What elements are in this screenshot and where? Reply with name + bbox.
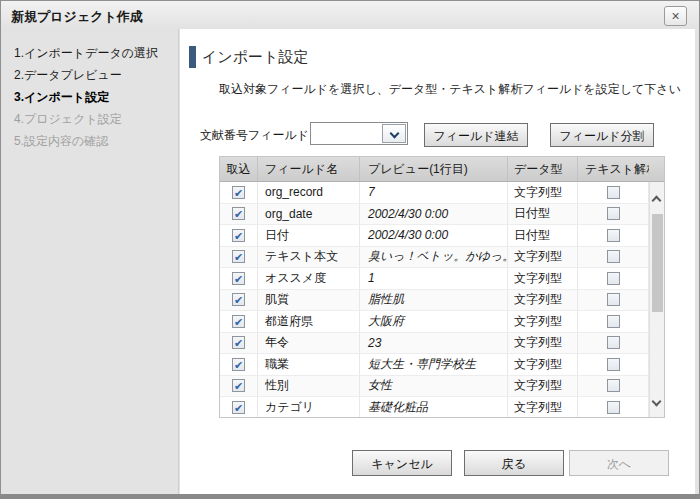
preview-cell: 7 — [360, 182, 508, 203]
table-row[interactable]: ✔ 職業 短大生・専門学校生 文字列型 — [220, 354, 649, 376]
column-header-import[interactable]: 取込 — [220, 157, 258, 181]
import-checkbox[interactable]: ✔ — [232, 207, 245, 220]
field-name-cell: テキスト本文 — [258, 247, 360, 268]
step-import-data-select: 1.インポートデータの選択 — [1, 42, 178, 64]
table-row[interactable]: ✔ 日付 2002/4/30 0:00 日付型 — [220, 225, 649, 247]
field-name-cell: 性別 — [258, 376, 360, 397]
analysis-cell — [578, 290, 649, 311]
text-analysis-checkbox[interactable] — [607, 336, 620, 349]
table-row[interactable]: ✔ org_date 2002/4/30 0:00 日付型 — [220, 204, 649, 226]
analysis-cell — [578, 247, 649, 268]
column-header-data-type[interactable]: データ型 — [508, 157, 578, 181]
table-row[interactable]: ✔ 性別 女性 文字列型 — [220, 376, 649, 398]
import-checkbox[interactable]: ✔ — [232, 229, 245, 242]
preview-cell: 短大生・専門学校生 — [360, 354, 508, 375]
text-analysis-checkbox[interactable] — [607, 207, 620, 220]
data-type-cell[interactable]: 文字列型 — [508, 354, 578, 375]
close-icon[interactable]: × — [664, 6, 687, 26]
text-analysis-checkbox[interactable] — [607, 315, 620, 328]
field-join-button[interactable]: フィールド連結 — [424, 123, 528, 147]
preview-cell: 2002/4/30 0:00 — [360, 204, 508, 225]
table-row[interactable]: ✔ org_record 7 文字列型 — [220, 182, 649, 204]
wizard-steps: 1.インポートデータの選択 2.データプレビュー 3.インポート設定 4.プロジ… — [1, 29, 178, 152]
step-confirm-settings: 5.設定内容の確認 — [1, 130, 178, 152]
new-project-dialog: 新規プロジェクト作成 × 1.インポートデータの選択 2.データプレビュー 3.… — [0, 0, 700, 499]
vertical-scrollbar[interactable] — [649, 182, 664, 417]
table-row[interactable]: ✔ 年令 23 文字列型 — [220, 333, 649, 355]
table-header: 取込 フィールド名 プレビュー(1行目) データ型 テキスト解析. — [220, 157, 664, 182]
text-analysis-checkbox[interactable] — [607, 401, 620, 414]
scroll-down-icon[interactable] — [652, 397, 662, 407]
data-type-cell[interactable]: 文字列型 — [508, 182, 578, 203]
analysis-cell — [578, 397, 649, 417]
scroll-up-icon[interactable] — [652, 196, 662, 206]
table-row[interactable]: ✔ オススメ度 1 文字列型 — [220, 268, 649, 290]
import-cell: ✔ — [220, 268, 258, 289]
text-analysis-checkbox[interactable] — [607, 358, 620, 371]
data-type-cell[interactable]: 文字列型 — [508, 333, 578, 354]
column-header-field-name[interactable]: フィールド名 — [258, 157, 360, 181]
field-name-cell: 年令 — [258, 333, 360, 354]
field-name-cell: 職業 — [258, 354, 360, 375]
cancel-button[interactable]: キャンセル — [352, 450, 452, 476]
import-checkbox[interactable]: ✔ — [232, 293, 245, 306]
window-title: 新規プロジェクト作成 — [11, 8, 143, 26]
back-button[interactable]: 戻る — [464, 450, 564, 476]
next-button: 次へ — [569, 450, 669, 476]
data-type-cell[interactable]: 日付型 — [508, 225, 578, 246]
analysis-cell — [578, 376, 649, 397]
fields-table: 取込 フィールド名 プレビュー(1行目) データ型 テキスト解析. ✔ org_… — [219, 156, 665, 418]
import-cell: ✔ — [220, 225, 258, 246]
dropdown-arrow-button[interactable] — [382, 124, 406, 143]
data-type-cell[interactable]: 文字列型 — [508, 268, 578, 289]
data-type-cell[interactable]: 文字列型 — [508, 311, 578, 332]
column-header-preview[interactable]: プレビュー(1行目) — [360, 157, 508, 181]
field-split-button[interactable]: フィールド分割 — [550, 123, 654, 147]
import-checkbox[interactable]: ✔ — [232, 358, 245, 371]
analysis-cell — [578, 204, 649, 225]
import-checkbox[interactable]: ✔ — [232, 379, 245, 392]
data-type-cell[interactable]: 日付型 — [508, 204, 578, 225]
field-name-cell: 肌質 — [258, 290, 360, 311]
analysis-cell — [578, 333, 649, 354]
table-row[interactable]: ✔ テキスト本文 臭いっ！ベトッ。かゆっ。 文字列型 — [220, 247, 649, 269]
table-row[interactable]: ✔ カテゴリ 基礎化粧品 文字列型 — [220, 397, 649, 417]
import-cell: ✔ — [220, 333, 258, 354]
table-row[interactable]: ✔ 都道府県 大阪府 文字列型 — [220, 311, 649, 333]
import-checkbox[interactable]: ✔ — [232, 315, 245, 328]
import-checkbox[interactable]: ✔ — [232, 401, 245, 414]
table-body: ✔ org_record 7 文字列型 ✔ org_date 2002/4/30… — [220, 182, 649, 417]
text-analysis-checkbox[interactable] — [607, 229, 620, 242]
step-data-preview: 2.データプレビュー — [1, 64, 178, 86]
import-checkbox[interactable]: ✔ — [232, 250, 245, 263]
import-cell: ✔ — [220, 204, 258, 225]
chevron-down-icon — [389, 129, 399, 139]
text-analysis-checkbox[interactable] — [607, 250, 620, 263]
import-checkbox[interactable]: ✔ — [232, 336, 245, 349]
text-analysis-checkbox[interactable] — [607, 186, 620, 199]
data-type-cell[interactable]: 文字列型 — [508, 397, 578, 417]
import-cell: ✔ — [220, 376, 258, 397]
analysis-cell — [578, 311, 649, 332]
step-import-settings: 3.インポート設定 — [1, 86, 178, 108]
column-header-text-analysis[interactable]: テキスト解析. — [578, 157, 649, 181]
text-analysis-checkbox[interactable] — [607, 293, 620, 306]
import-checkbox[interactable]: ✔ — [232, 186, 245, 199]
text-analysis-checkbox[interactable] — [607, 379, 620, 392]
text-analysis-checkbox[interactable] — [607, 272, 620, 285]
doc-number-dropdown[interactable] — [310, 122, 408, 145]
section-accent-bar — [189, 46, 196, 68]
field-name-cell: org_record — [258, 182, 360, 203]
data-type-cell[interactable]: 文字列型 — [508, 376, 578, 397]
wizard-sidebar: 1.インポートデータの選択 2.データプレビュー 3.インポート設定 4.プロジ… — [1, 29, 179, 494]
page-title: インポート設定 — [202, 48, 308, 67]
scrollbar-thumb[interactable] — [652, 214, 663, 312]
preview-cell: 基礎化粧品 — [360, 397, 508, 417]
import-checkbox[interactable]: ✔ — [232, 272, 245, 285]
data-type-cell[interactable]: 文字列型 — [508, 290, 578, 311]
analysis-cell — [578, 354, 649, 375]
data-type-cell[interactable]: 文字列型 — [508, 247, 578, 268]
step-project-settings: 4.プロジェクト設定 — [1, 108, 178, 130]
field-name-cell: org_date — [258, 204, 360, 225]
table-row[interactable]: ✔ 肌質 脂性肌 文字列型 — [220, 290, 649, 312]
